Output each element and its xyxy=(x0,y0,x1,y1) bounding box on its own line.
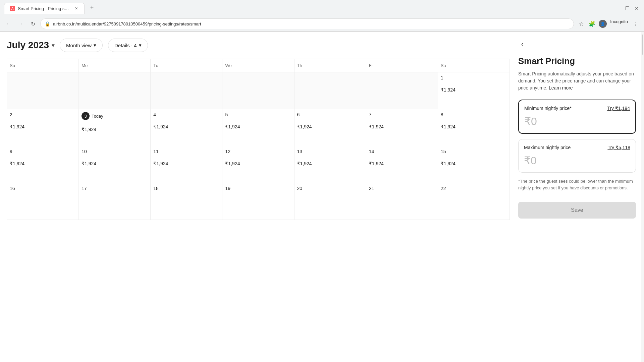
calendar-cell-18[interactable]: 18 xyxy=(151,183,222,220)
calendar-cell[interactable] xyxy=(222,72,294,109)
learn-more-link[interactable]: Learn more xyxy=(549,85,573,90)
close-button[interactable]: ✕ xyxy=(633,5,640,12)
cell-price: ₹1,924 xyxy=(297,161,363,166)
bookmark-icon[interactable]: ☆ xyxy=(577,19,586,28)
tab-title: Smart Pricing - Pricing settings xyxy=(18,6,71,11)
profile-avatar: 👤 xyxy=(599,20,607,28)
cell-day: 20 xyxy=(297,186,363,191)
cell-day-today: 3 Today xyxy=(82,112,148,120)
calendar-cell-9[interactable]: 9 ₹1,924 xyxy=(7,146,79,183)
address-bar[interactable]: 🔒 airbnb.co.in/multicalendar/92750917801… xyxy=(40,18,574,29)
cell-price: ₹1,924 xyxy=(82,127,148,132)
cell-price: ₹1,924 xyxy=(153,124,219,129)
calendar-cell-4[interactable]: 4 ₹1,924 xyxy=(151,109,222,146)
weekday-we: We xyxy=(222,59,294,72)
today-badge: 3 xyxy=(82,112,90,120)
weekday-fr: Fr xyxy=(366,59,438,72)
calendar-cell-22[interactable]: 22 xyxy=(438,183,510,220)
calendar-cell-2[interactable]: 2 ₹1,924 xyxy=(7,109,79,146)
calendar-cell-5[interactable]: 5 ₹1,924 xyxy=(222,109,294,146)
cell-day: 13 xyxy=(297,149,363,154)
tab-close-button[interactable]: ✕ xyxy=(73,6,79,11)
calendar-cell-16[interactable]: 16 xyxy=(7,183,79,220)
cell-day: 4 xyxy=(153,112,219,117)
weekday-sa: Sa xyxy=(438,59,510,72)
calendar-cell[interactable] xyxy=(366,72,438,109)
calendar-cell-17[interactable]: 17 xyxy=(79,183,151,220)
menu-icon[interactable]: ⋮ xyxy=(631,19,640,28)
window-controls: — ⧠ ✕ xyxy=(614,5,640,12)
month-title[interactable]: July 2023 ▾ xyxy=(7,40,54,51)
extensions-icon[interactable]: 🧩 xyxy=(587,19,597,28)
weekday-tu: Tu xyxy=(151,59,222,72)
save-button[interactable]: Save xyxy=(518,202,636,219)
calendar-cell-13[interactable]: 13 ₹1,924 xyxy=(294,146,366,183)
calendar-weekdays: Su Mo Tu We Th Fr Sa xyxy=(7,59,510,72)
calendar-cell[interactable] xyxy=(151,72,222,109)
cell-day: 18 xyxy=(153,186,219,191)
calendar-cell[interactable] xyxy=(7,72,79,109)
min-price-card-header: Minimum nightly price* Try ₹1,194 xyxy=(524,106,630,111)
max-price-value[interactable]: ₹0 xyxy=(524,154,630,167)
calendar-cell-1[interactable]: 1 ₹1,924 xyxy=(438,72,510,109)
month-title-text: July 2023 xyxy=(7,40,49,51)
calendar-cell-20[interactable]: 20 xyxy=(294,183,366,220)
cell-day: 15 xyxy=(441,149,507,154)
cell-price: ₹1,924 xyxy=(225,161,291,166)
weekday-th: Th xyxy=(294,59,366,72)
browser-chrome: A Smart Pricing - Pricing settings ✕ + —… xyxy=(0,0,644,32)
month-view-button[interactable]: Month view ▾ xyxy=(60,39,103,52)
calendar-cell-11[interactable]: 11 ₹1,924 xyxy=(151,146,222,183)
cell-day: 9 xyxy=(10,149,76,154)
forward-nav-button[interactable]: → xyxy=(16,19,25,28)
toolbar-icons: ☆ 🧩 👤 Incognito ⋮ xyxy=(577,19,640,28)
calendar-cell[interactable] xyxy=(79,72,151,109)
min-price-value[interactable]: ₹0 xyxy=(524,115,630,128)
browser-tab[interactable]: A Smart Pricing - Pricing settings ✕ xyxy=(4,3,85,14)
incognito-label: Incognito xyxy=(609,19,629,28)
cell-price: ₹1,924 xyxy=(10,124,76,129)
calendar-cell[interactable] xyxy=(294,72,366,109)
new-tab-button[interactable]: + xyxy=(87,3,97,12)
calendar-cell-6[interactable]: 6 ₹1,924 xyxy=(294,109,366,146)
calendar-cell-12[interactable]: 12 ₹1,924 xyxy=(222,146,294,183)
back-nav-button[interactable]: ← xyxy=(4,19,13,28)
cell-price: ₹1,924 xyxy=(369,124,435,129)
min-price-card: Minimum nightly price* Try ₹1,194 ₹0 xyxy=(518,100,636,134)
max-price-label: Maximum nightly price xyxy=(524,145,571,150)
cell-day: 21 xyxy=(369,186,435,191)
details-button[interactable]: Details · 4 ▾ xyxy=(108,39,148,52)
cell-price: ₹1,924 xyxy=(10,161,76,166)
max-price-try-link[interactable]: Try ₹5,118 xyxy=(607,145,630,150)
min-price-try-link[interactable]: Try ₹1,194 xyxy=(607,106,630,111)
calendar-cell-14[interactable]: 14 ₹1,924 xyxy=(366,146,438,183)
reload-button[interactable]: ↻ xyxy=(28,19,38,28)
back-button[interactable]: ‹ xyxy=(517,39,528,49)
cell-day: 6 xyxy=(297,112,363,117)
scrollbar-thumb[interactable] xyxy=(642,35,643,55)
calendar-cell-8[interactable]: 8 ₹1,924 xyxy=(438,109,510,146)
cell-price: ₹1,924 xyxy=(441,161,507,166)
view-btn-chevron-icon: ▾ xyxy=(94,42,96,48)
browser-toolbar: ← → ↻ 🔒 airbnb.co.in/multicalendar/92750… xyxy=(0,16,644,32)
cell-day: 8 xyxy=(441,112,507,117)
cell-day: 2 xyxy=(10,112,76,117)
cell-day: 7 xyxy=(369,112,435,117)
calendar-cell-19[interactable]: 19 xyxy=(222,183,294,220)
cell-price: ₹1,924 xyxy=(369,161,435,166)
browser-titlebar: A Smart Pricing - Pricing settings ✕ + —… xyxy=(0,0,644,16)
calendar-cell-10[interactable]: 10 ₹1,924 xyxy=(79,146,151,183)
tab-favicon: A xyxy=(10,6,15,11)
cell-day: 16 xyxy=(10,186,76,191)
minimize-button[interactable]: — xyxy=(614,5,621,12)
calendar-cell-21[interactable]: 21 xyxy=(366,183,438,220)
cell-day: 12 xyxy=(225,149,291,154)
calendar-header: July 2023 ▾ Month view ▾ Details · 4 ▾ xyxy=(7,39,510,52)
calendar-cell-3[interactable]: 3 Today ₹1,924 xyxy=(79,109,151,146)
weekday-su: Su xyxy=(7,59,79,72)
main-content: July 2023 ▾ Month view ▾ Details · 4 ▾ S… xyxy=(0,32,644,362)
calendar-cell-15[interactable]: 15 ₹1,924 xyxy=(438,146,510,183)
maximize-button[interactable]: ⧠ xyxy=(624,5,631,12)
calendar-cell-7[interactable]: 7 ₹1,924 xyxy=(366,109,438,146)
profile-icon[interactable]: 👤 xyxy=(598,19,607,28)
